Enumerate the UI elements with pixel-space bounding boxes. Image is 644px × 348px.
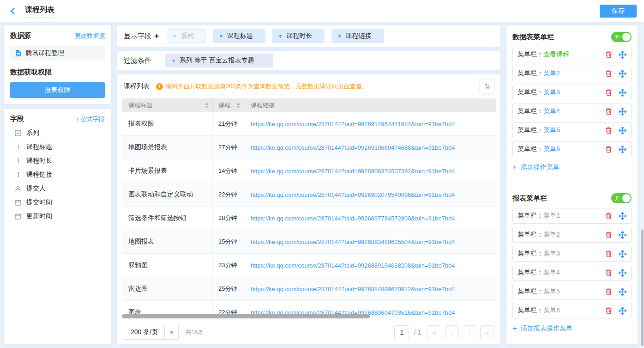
move-menu-button[interactable] — [619, 231, 626, 239]
caret-down-icon[interactable]: ▼ — [164, 325, 178, 339]
last-page-button[interactable]: » — [480, 325, 494, 339]
menu-item[interactable]: 菜单栏： 菜单2 — [512, 66, 632, 81]
delete-menu-button[interactable] — [605, 89, 613, 97]
column-header-title[interactable]: 课程标题 — [122, 98, 213, 112]
menu-item-name: 菜单5 — [543, 287, 560, 296]
person-icon — [15, 185, 22, 192]
move-icon — [619, 231, 626, 239]
page-number-input[interactable] — [394, 325, 409, 339]
menu-item[interactable]: 菜单栏： 菜单3 — [512, 85, 632, 100]
sort-icon[interactable] — [205, 103, 209, 108]
field-item[interactable]: I 课程时长 — [10, 154, 105, 168]
field-item[interactable]: I 课程标题 — [10, 140, 105, 154]
menu-item[interactable]: 菜单栏： 菜单6 — [512, 303, 632, 318]
formula-field-link[interactable]: + 公式字段 — [76, 115, 105, 123]
save-button[interactable]: 保存 — [600, 5, 637, 18]
move-menu-button[interactable] — [619, 89, 626, 97]
menu-item[interactable]: 菜单栏： 菜单1 — [512, 208, 632, 224]
delete-menu-button[interactable] — [605, 108, 613, 116]
move-menu-button[interactable] — [619, 51, 626, 59]
report-permission-button[interactable]: 报表权限 — [10, 82, 105, 98]
caret-down-icon[interactable]: ▼ — [171, 58, 176, 63]
delete-menu-button[interactable] — [605, 146, 613, 153]
next-page-button[interactable]: › — [463, 325, 476, 339]
menu-item[interactable]: 菜单栏： 菜单4 — [512, 104, 632, 119]
add-report-menu-link[interactable]: + 添加报表操作菜单 — [512, 324, 632, 333]
trash-icon — [605, 127, 612, 134]
delete-menu-button[interactable] — [605, 127, 613, 134]
add-display-field-button[interactable]: + — [154, 32, 159, 40]
display-field-tag[interactable]: ▼ 系列 — [167, 29, 206, 43]
menu-item[interactable]: 菜单栏： 菜单3 — [512, 246, 632, 262]
move-menu-button[interactable] — [619, 250, 626, 258]
field-item-label: 提交人 — [26, 184, 46, 193]
move-menu-button[interactable] — [619, 288, 626, 296]
caret-down-icon[interactable]: ▼ — [278, 34, 283, 39]
sort-icon[interactable] — [236, 103, 240, 108]
display-field-tag-label: 系列 — [181, 32, 193, 40]
field-item[interactable]: I 更新时间 — [10, 209, 105, 223]
field-item[interactable]: I 系列 — [10, 126, 105, 140]
back-button[interactable] — [7, 6, 18, 17]
course-link[interactable]: https://ke.qq.com/course/2870144?taid=99… — [251, 286, 455, 293]
move-menu-button[interactable] — [619, 212, 626, 220]
move-menu-button[interactable] — [619, 127, 626, 134]
move-menu-button[interactable] — [619, 146, 626, 153]
sort-order-button[interactable]: ⇅ — [480, 79, 494, 93]
report-menu-title: 报表菜单栏 — [512, 194, 547, 203]
filter-condition-tag[interactable]: ▼ 系列 等于 百宝云报表专题 — [165, 54, 273, 67]
course-link[interactable]: https://ke.qq.com/course/2870144?taid=99… — [251, 191, 455, 198]
caret-down-icon[interactable]: ▼ — [173, 34, 177, 39]
field-item[interactable]: I 课程链接 — [10, 168, 105, 182]
datasource-item[interactable]: 腾讯课程整理 — [10, 46, 105, 61]
horizontal-scrollbar[interactable] — [122, 314, 370, 318]
field-item[interactable]: I 提交人 — [10, 182, 105, 195]
column-header-duration[interactable]: 课程... — [213, 98, 244, 112]
display-field-tag[interactable]: ▼ 课程时长 — [272, 29, 325, 43]
menu-item[interactable]: 菜单栏： 菜单5 — [512, 284, 632, 299]
page-title[interactable]: 课程列表 — [24, 4, 57, 18]
move-menu-button[interactable] — [619, 307, 626, 315]
add-table-menu-link[interactable]: + 添加操作菜单 — [512, 163, 632, 172]
course-title-cell: 地图报表 — [122, 230, 213, 253]
menu-item[interactable]: 菜单栏： 菜单5 — [512, 122, 632, 138]
course-link[interactable]: https://ke.qq.com/course/2870144?taid=99… — [251, 215, 455, 222]
trash-icon — [605, 89, 612, 96]
course-link[interactable]: https://ke.qq.com/course/2870144?taid=99… — [251, 238, 455, 245]
menu-item[interactable]: 菜单栏： 菜单2 — [512, 227, 632, 243]
menu-item[interactable]: 菜单栏： 菜单4 — [512, 265, 632, 281]
page-size-select[interactable]: 200 条/页 ▼ — [124, 325, 179, 340]
table-menu-toggle[interactable]: 开 — [611, 32, 632, 42]
course-link[interactable]: https://ke.qq.com/course/2870144?taid=99… — [251, 121, 455, 128]
caret-down-icon[interactable]: ▼ — [219, 34, 223, 39]
prev-page-button[interactable]: ‹ — [445, 325, 459, 339]
move-menu-button[interactable] — [619, 108, 626, 116]
menu-item-prefix: 菜单栏： — [518, 69, 543, 78]
trash-icon — [605, 51, 612, 58]
delete-menu-button[interactable] — [605, 231, 613, 239]
vertical-scrollbar[interactable] — [641, 230, 644, 346]
course-title-cell: 图表联动和自定义联动 — [122, 183, 213, 206]
menu-item[interactable]: 菜单栏： 查看课程 — [512, 47, 632, 62]
delete-menu-button[interactable] — [605, 70, 613, 78]
delete-menu-button[interactable] — [605, 307, 613, 315]
delete-menu-button[interactable] — [605, 250, 613, 258]
course-link[interactable]: https://ke.qq.com/course/2870144?taid=99… — [251, 144, 455, 151]
move-menu-button[interactable] — [619, 269, 626, 277]
delete-menu-button[interactable] — [605, 288, 613, 296]
display-field-tag[interactable]: ▼ 课程标题 — [213, 29, 265, 43]
first-page-button[interactable]: « — [427, 325, 441, 339]
display-field-tag[interactable]: ▼ 课程链接 — [331, 29, 384, 43]
field-item[interactable]: I 提交时间 — [10, 195, 105, 209]
change-datasource-link[interactable]: 更改数据源 — [75, 32, 105, 40]
delete-menu-button[interactable] — [605, 269, 613, 277]
move-menu-button[interactable] — [619, 70, 626, 78]
delete-menu-button[interactable] — [605, 51, 613, 59]
caret-down-icon[interactable]: ▼ — [337, 34, 342, 39]
course-duration-cell: 22分钟 — [213, 183, 244, 206]
course-link[interactable]: https://ke.qq.com/course/2870144?taid=99… — [251, 262, 455, 269]
report-menu-toggle[interactable]: 开 — [611, 193, 632, 203]
delete-menu-button[interactable] — [605, 212, 613, 220]
menu-item[interactable]: 菜单栏： 菜单6 — [512, 141, 632, 157]
course-link[interactable]: https://ke.qq.com/course/2870144?taid=99… — [251, 168, 455, 175]
